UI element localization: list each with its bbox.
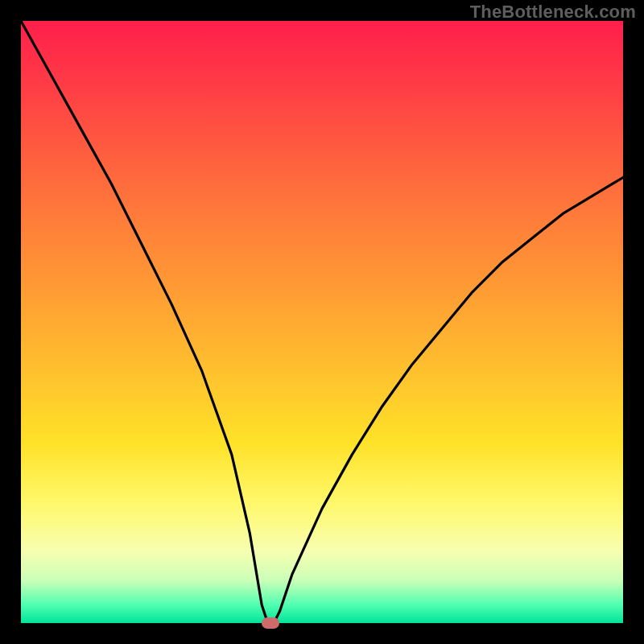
watermark-text: TheBottleneck.com <box>470 2 636 23</box>
chart-frame: TheBottleneck.com <box>0 0 644 644</box>
chart-gradient-background <box>21 21 623 623</box>
optimal-point-marker <box>262 617 279 629</box>
